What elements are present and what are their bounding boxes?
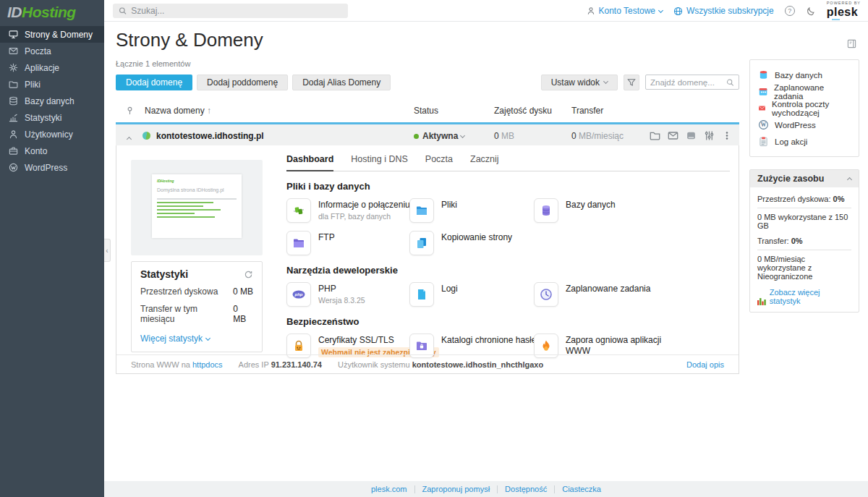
rp-scheduled-tasks[interactable]: Zaplanowane zadania xyxy=(758,83,851,100)
add-subdomain-button[interactable]: Dodaj poddomenę xyxy=(197,75,288,90)
find-domain-box[interactable] xyxy=(645,75,739,90)
backup-disk-icon[interactable] xyxy=(686,130,697,141)
person-icon xyxy=(587,7,595,15)
sidebar-item-wordpress[interactable]: WordPress xyxy=(0,159,104,176)
svg-text:php: php xyxy=(294,292,303,297)
domain-disk-usage: 0 MB xyxy=(494,131,514,141)
global-search[interactable] xyxy=(113,4,348,18)
more-stats-link[interactable]: Więcej statystyk xyxy=(140,334,210,344)
help-icon[interactable]: ? xyxy=(785,6,795,16)
sidebar-collapse-handle[interactable]: ‹ xyxy=(104,239,111,262)
tab-hosting-dns[interactable]: Hosting i DNS xyxy=(351,154,408,171)
pin-icon[interactable] xyxy=(126,106,134,115)
shortcut-files[interactable]: Pliki xyxy=(409,198,457,223)
shortcut-ftp[interactable]: FTP xyxy=(286,231,335,255)
global-search-input[interactable] xyxy=(131,6,342,16)
shortcut-label[interactable]: Logi xyxy=(441,284,458,294)
domain-status[interactable]: Aktywna xyxy=(414,131,464,141)
sidebar-item-aplikacje[interactable]: Aplikacje xyxy=(0,59,104,76)
subscriptions-label: Wszystkie subskrypcje xyxy=(686,6,774,16)
add-domain-button[interactable]: Dodaj domenę xyxy=(116,75,192,90)
shortcut-databases[interactable]: Bazy danych xyxy=(534,198,616,223)
rp-databases[interactable]: Bazy danych xyxy=(758,67,851,83)
stats-card: Statystyki Przestrzeń dyskowa 0 MB Trans… xyxy=(131,261,263,352)
see-more-stats-link[interactable]: Zobacz więcej statystyk xyxy=(770,288,851,305)
thumb-list-line xyxy=(157,213,195,214)
rp-action-log[interactable]: Log akcji xyxy=(758,133,851,150)
mail-icon[interactable] xyxy=(668,130,678,141)
shortcut-label[interactable]: Zaplanowane zadania xyxy=(566,284,650,294)
httpdocs-link[interactable]: httpdocs xyxy=(192,360,223,369)
shortcut-label[interactable]: Katalogi chronione hasłem xyxy=(441,335,543,346)
shortcut-label[interactable]: Bazy danych xyxy=(566,200,616,211)
sidebar-item-poczta[interactable]: Poczta xyxy=(0,43,104,59)
kebab-menu-icon[interactable] xyxy=(722,130,732,141)
footer-separator xyxy=(414,485,415,493)
panel-toggle-icon[interactable] xyxy=(847,39,856,48)
settings-sliders-icon[interactable] xyxy=(704,130,715,141)
files-icon[interactable] xyxy=(650,130,660,141)
moon-icon[interactable] xyxy=(806,6,816,16)
footer-link-suggest-idea[interactable]: Zaproponuj pomysł xyxy=(422,485,490,493)
refresh-icon[interactable] xyxy=(244,270,253,279)
set-view-button[interactable]: Ustaw widok xyxy=(541,75,618,90)
filter-button[interactable] xyxy=(624,75,639,90)
sidebar-item-bazy-danych[interactable]: Bazy danych xyxy=(0,93,104,109)
column-name[interactable]: Nazwa domeny ↑ xyxy=(145,106,211,116)
plesk-logo[interactable]: POWERED BY plesk xyxy=(827,1,861,20)
sidebar-item-konto[interactable]: Konto xyxy=(0,143,104,159)
tab-zacznij[interactable]: Zacznij xyxy=(470,154,499,171)
database-icon xyxy=(758,69,769,80)
usage-disk-percent: 0% xyxy=(833,195,845,203)
footer-link-plesk-com[interactable]: plesk.com xyxy=(371,485,407,493)
shortcut-label[interactable]: FTP xyxy=(318,232,335,243)
resource-usage-header[interactable]: Zużycie zasobu xyxy=(750,170,859,187)
php-icon: php xyxy=(286,282,311,307)
sidebar-item-strony-domeny[interactable]: Strony & Domeny xyxy=(0,26,104,43)
shortcut-label[interactable]: Pliki xyxy=(441,200,457,211)
sidebar-item-label: Strony & Domeny xyxy=(25,30,93,40)
domain-name[interactable]: kontotestowe.idhosting.pl xyxy=(156,131,264,141)
find-domain-input[interactable] xyxy=(650,78,726,87)
usage-transfer-percent: 0% xyxy=(791,237,803,245)
sidebar-item-statystyki[interactable]: Statystyki xyxy=(0,109,104,126)
rp-outgoing-mail-control[interactable]: Kontrola poczty wychodzącej xyxy=(758,100,851,116)
stat-transfer-label: Transfer w tym miesiącu xyxy=(140,304,233,324)
shortcut-label[interactable]: Zapora ogniowa aplikacji WWW xyxy=(566,335,681,357)
sidebar-item-uzytkownicy[interactable]: Użytkownicy xyxy=(0,126,104,143)
rp-label: Bazy danych xyxy=(775,71,822,80)
column-status[interactable]: Status xyxy=(414,106,438,116)
shortcut-label[interactable]: PHP xyxy=(318,284,365,294)
sidebar-item-label: Konto xyxy=(25,146,47,156)
account-menu[interactable]: Konto Testowe xyxy=(587,6,663,16)
sidebar-item-pliki[interactable]: Pliki xyxy=(0,76,104,93)
footer-link-accessibility[interactable]: Dostępność xyxy=(505,485,547,493)
shortcut-copy-site[interactable]: Kopiowanie strony xyxy=(409,231,512,255)
domain-card-footer: Strona WWW na httpdocs Adres IP 91.231.1… xyxy=(116,354,739,373)
shortcut-label[interactable]: Informacje o połączeniu xyxy=(318,200,410,211)
footer-link-cookies[interactable]: Ciasteczka xyxy=(562,485,601,493)
tab-poczta[interactable]: Poczta xyxy=(425,154,453,171)
all-subscriptions-link[interactable]: Wszystkie subskrypcje xyxy=(673,6,774,16)
shortcut-php[interactable]: php PHP Wersja 8.3.25 xyxy=(286,282,365,307)
domain-row[interactable]: kontotestowe.idhosting.pl Aktywna 0 MB 0… xyxy=(116,122,739,145)
add-description-link[interactable]: Dodaj opis xyxy=(686,360,724,369)
shortcut-label[interactable]: Kopiowanie strony xyxy=(441,232,512,243)
shortcut-connection-info[interactable]: Informacje o połączeniu dla FTP, bazy da… xyxy=(286,198,410,223)
collapse-row-button[interactable] xyxy=(127,133,131,143)
idhosting-logo[interactable]: IDHosting xyxy=(0,0,104,26)
shortcut-scheduled-tasks[interactable]: Zaplanowane zadania xyxy=(534,282,650,307)
add-domain-alias-button[interactable]: Dodaj Alias Domeny xyxy=(292,75,391,90)
rp-label: Log akcji xyxy=(775,137,807,146)
section-title-security: Bezpieczeństwo xyxy=(286,316,730,327)
shortcut-logs[interactable]: Logi xyxy=(409,282,458,307)
files-folder-icon xyxy=(409,198,434,223)
databases-icon xyxy=(534,198,558,223)
site-preview[interactable]: IDHosting Domyślna strona IDHosting.pl xyxy=(131,160,263,255)
chevron-down-icon xyxy=(603,79,608,84)
tab-dashboard[interactable]: Dashboard xyxy=(286,154,333,171)
column-disk[interactable]: Zajętość dysku xyxy=(494,106,552,116)
footer-separator xyxy=(554,485,555,493)
column-transfer[interactable]: Transfer xyxy=(571,106,603,116)
rp-wordpress[interactable]: W WordPress xyxy=(758,116,851,133)
